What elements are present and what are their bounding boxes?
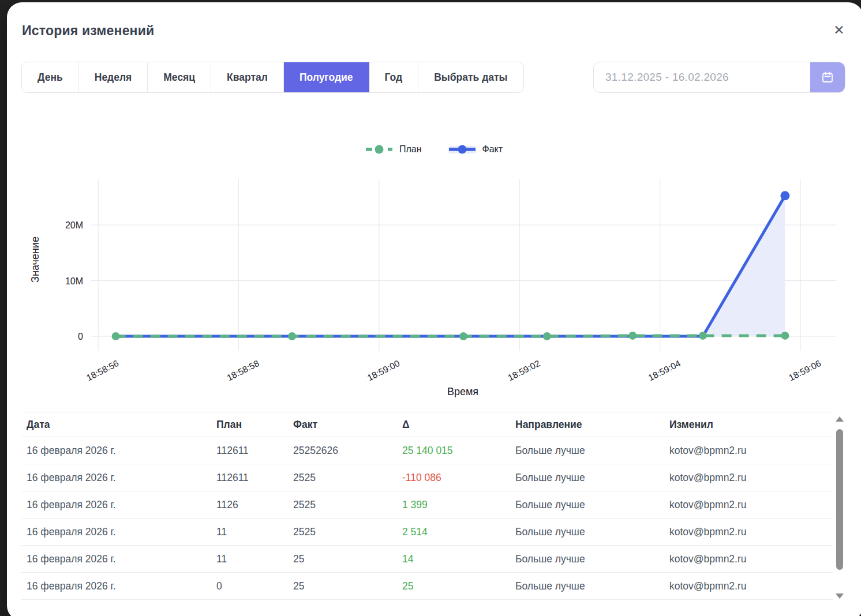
period-tab[interactable]: День	[22, 62, 79, 92]
fact-line	[116, 196, 785, 336]
table-row: 16 февраля 2026 г.1125252 514Больше лучш…	[21, 519, 833, 546]
column-header: Дата	[27, 419, 216, 431]
cell-direction: Больше лучше	[515, 553, 669, 565]
x-tick-label: 18:58:58	[225, 358, 260, 383]
cell-date: 16 февраля 2026 г.	[27, 526, 216, 538]
period-tab[interactable]: Год	[369, 62, 419, 92]
cell-changed-by: kotov@bpmn2.ru	[669, 553, 833, 565]
cell-delta: 2 514	[402, 526, 515, 538]
table-header-row: ДатаПланФактΔНаправлениеИзменил	[21, 412, 833, 437]
calendar-icon	[821, 70, 834, 84]
page-title: История изменений	[22, 23, 154, 39]
period-tab[interactable]: Месяц	[148, 62, 211, 92]
x-tick-label: 18:59:02	[506, 358, 541, 383]
plan-point	[628, 332, 637, 340]
column-header: План	[216, 419, 293, 431]
cell-plan: 11	[216, 553, 293, 565]
plan-point	[112, 332, 120, 340]
y-axis-title: Значение	[29, 236, 41, 283]
cell-direction: Больше лучше	[515, 526, 669, 538]
cell-fact: 25	[293, 580, 402, 592]
plan-point	[781, 332, 789, 340]
cell-plan: 112611	[216, 472, 293, 484]
y-tick-label: 0	[78, 332, 83, 341]
x-tick-label: 18:59:04	[647, 358, 683, 383]
chart-legend: ПланФакт	[7, 144, 861, 155]
table-row: 16 февраля 2026 г.112625251 399Больше лу…	[21, 491, 833, 519]
cell-delta: 25	[402, 580, 515, 592]
cell-changed-by: kotov@bpmn2.ru	[669, 499, 833, 511]
table-scrollbar	[835, 413, 844, 613]
cell-plan: 0	[216, 580, 293, 592]
legend-label: План	[399, 144, 422, 155]
cell-date: 16 февраля 2026 г.	[27, 499, 216, 511]
cell-fact: 2525	[293, 499, 402, 511]
cell-date: 16 февраля 2026 г.	[27, 445, 216, 457]
history-chart: 010M20M18:58:5618:58:5818:59:0018:59:021…	[7, 173, 861, 404]
date-range-field: 31.12.2025 - 16.02.2026	[593, 62, 845, 93]
fact-area	[116, 196, 785, 336]
cell-delta: 25 140 015	[402, 445, 515, 457]
table-body: 16 февраля 2026 г.1126112525262625 140 0…	[21, 437, 833, 600]
column-header: Δ	[402, 419, 515, 431]
cell-delta: 1 399	[402, 499, 515, 511]
legend-label: Факт	[482, 144, 503, 155]
cell-direction: Больше лучше	[515, 472, 669, 484]
column-header: Факт	[293, 419, 402, 431]
plan-point	[459, 332, 467, 340]
scroll-up-icon[interactable]	[836, 416, 844, 422]
scroll-down-icon[interactable]	[836, 594, 844, 599]
period-tab[interactable]: Полугодие	[284, 62, 369, 92]
y-tick-label: 20M	[65, 220, 83, 230]
cell-fact: 25	[293, 553, 402, 565]
table-row: 16 февраля 2026 г.02525Больше лучшеkotov…	[21, 573, 833, 600]
x-tick-label: 18:58:56	[85, 358, 120, 383]
cell-delta: 14	[402, 553, 515, 565]
plan-point	[543, 332, 551, 340]
cell-direction: Больше лучше	[515, 445, 669, 457]
cell-plan: 11	[216, 526, 293, 538]
cell-changed-by: kotov@bpmn2.ru	[669, 580, 833, 592]
table-row: 16 февраля 2026 г.1126112525-110 086Боль…	[21, 464, 833, 491]
cell-date: 16 февраля 2026 г.	[27, 472, 216, 484]
legend-item[interactable]: План	[365, 144, 422, 155]
cell-fact: 2525	[293, 526, 402, 538]
x-tick-label: 18:59:06	[787, 358, 822, 383]
date-range-input[interactable]: 31.12.2025 - 16.02.2026	[594, 62, 810, 92]
history-table: ДатаПланФактΔНаправлениеИзменил 16 февра…	[21, 412, 833, 600]
cell-plan: 1126	[216, 499, 293, 511]
period-tabs: ДеньНеделяМесяцКварталПолугодиеГодВыбрат…	[21, 62, 524, 93]
calendar-button[interactable]	[810, 62, 845, 92]
cell-direction: Больше лучше	[515, 580, 669, 592]
scrollbar-thumb[interactable]	[836, 429, 843, 570]
cell-changed-by: kotov@bpmn2.ru	[669, 472, 833, 484]
period-tab[interactable]: Выбрать даты	[418, 62, 523, 92]
legend-swatch-icon	[448, 144, 476, 155]
cell-direction: Больше лучше	[515, 499, 669, 511]
legend-item[interactable]: Факт	[448, 144, 503, 155]
column-header: Изменил	[669, 419, 833, 431]
y-tick-label: 10M	[65, 276, 83, 286]
cell-fact: 25252626	[293, 445, 402, 457]
table-row: 16 февраля 2026 г.112514Больше лучшеkoto…	[21, 546, 833, 573]
cell-plan: 112611	[216, 445, 293, 457]
plan-point	[288, 332, 296, 340]
legend-swatch-icon	[365, 144, 393, 155]
cell-delta: -110 086	[402, 472, 515, 484]
plan-point	[699, 332, 707, 340]
period-tab[interactable]: Квартал	[211, 62, 284, 92]
x-tick-label: 18:59:00	[366, 358, 402, 383]
history-modal: История изменений ✕ ДеньНеделяМесяцКварт…	[7, 2, 861, 616]
cell-changed-by: kotov@bpmn2.ru	[669, 445, 833, 457]
period-tab[interactable]: Неделя	[79, 62, 148, 92]
cell-fact: 2525	[293, 472, 402, 484]
close-icon[interactable]: ✕	[831, 22, 847, 38]
fact-point	[780, 191, 789, 200]
cell-date: 16 февраля 2026 г.	[27, 553, 216, 565]
column-header: Направление	[515, 419, 669, 431]
cell-date: 16 февраля 2026 г.	[27, 580, 216, 592]
cell-changed-by: kotov@bpmn2.ru	[669, 526, 833, 538]
x-axis-title: Время	[447, 386, 478, 397]
table-row: 16 февраля 2026 г.1126112525262625 140 0…	[21, 437, 833, 464]
